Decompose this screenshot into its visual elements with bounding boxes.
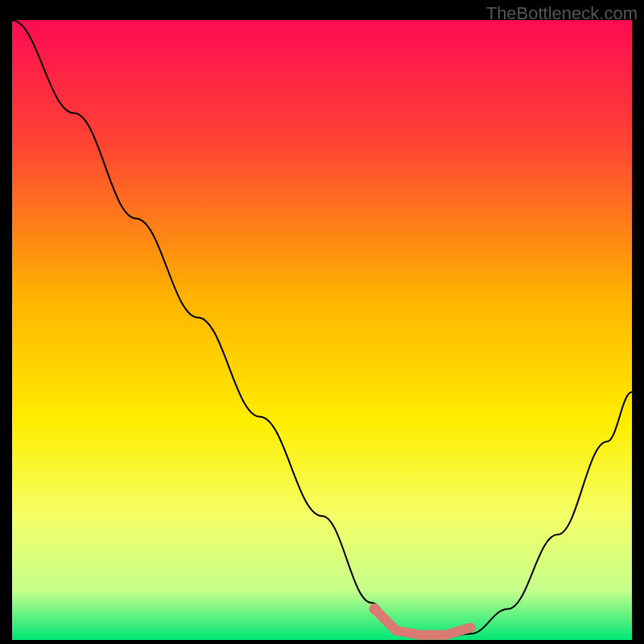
watermark-text: TheBottleneck.com — [486, 3, 638, 24]
optimal-range-endpoint — [369, 604, 381, 615]
optimal-range-highlight — [374, 609, 470, 635]
bottleneck-curve — [12, 20, 632, 637]
chart-plot-area — [12, 20, 632, 640]
chart-container — [12, 20, 632, 640]
